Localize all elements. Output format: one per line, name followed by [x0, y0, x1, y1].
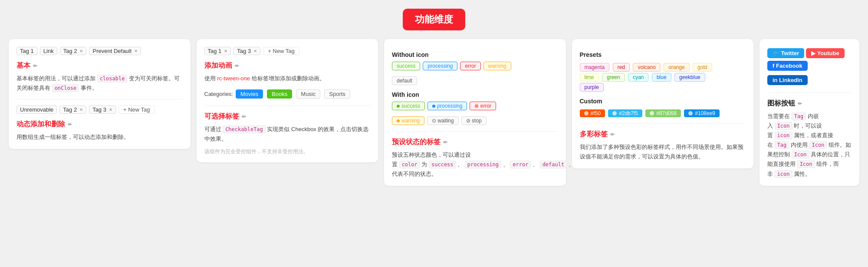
tag-tag2b[interactable]: Tag 2 ✕	[59, 105, 86, 114]
card2-tags-row1: Tag 1 ✕ Tag 3 ✕ + New Tag	[204, 47, 371, 55]
code-checkabletag: CheckableTag	[223, 125, 266, 133]
cards-container: Tag 1 Link Tag 2 ✕ Prevent Default ✕ 基本 …	[9, 39, 859, 186]
cat-music[interactable]: Music	[296, 89, 320, 99]
code-onclose: onClose	[52, 84, 79, 92]
tag-f50[interactable]: #f50	[580, 109, 605, 117]
edit-icon-6[interactable]: ✏	[610, 132, 615, 138]
code-processing: processing	[465, 161, 501, 168]
tag-lime[interactable]: lime	[580, 73, 599, 82]
new-tag-button-2[interactable]: + New Tag	[263, 47, 299, 55]
social-buttons-row1: 🐦 Twitter ▶ Youtube f Facebook	[767, 47, 852, 72]
tag-tag3b[interactable]: Tag 3 ✕	[89, 105, 116, 114]
tag-87d068[interactable]: #87d068	[645, 109, 681, 117]
status-warning[interactable]: warning	[483, 62, 511, 70]
tag2-close-icon[interactable]: ✕	[79, 49, 83, 53]
tag-cyan[interactable]: cyan	[628, 73, 648, 82]
card-icon-button: 🐦 Twitter ▶ Youtube f Facebook in Linked…	[760, 39, 859, 186]
tag-magenta[interactable]: magenta	[580, 63, 610, 72]
status-success-icon[interactable]: success	[392, 102, 425, 110]
youtube-button[interactable]: ▶ Youtube	[806, 48, 844, 58]
edit-icon-4[interactable]: ✏	[242, 114, 246, 120]
edit-icon-1[interactable]: ✏	[33, 63, 37, 69]
edit-icon-7[interactable]: ✏	[798, 101, 802, 107]
cat-books[interactable]: Books	[267, 89, 292, 99]
section-colorful-desc: 我们添加了多种预设色彩的标签样式，用作不同场景使用。如果预设值不能满足你的需求，…	[580, 142, 746, 162]
tag2b-close-icon[interactable]: ✕	[79, 107, 83, 112]
edit-icon-2[interactable]: ✏	[68, 122, 72, 128]
status-stop-icon[interactable]: ⊘ stop	[461, 116, 487, 125]
custom-heading: Custom	[580, 98, 746, 105]
page-title: 功能维度	[403, 9, 465, 30]
tag-tag2[interactable]: Tag 2 ✕	[60, 47, 87, 55]
code-closable: closable	[97, 75, 128, 82]
dot-warning	[397, 119, 400, 122]
divider2	[204, 105, 371, 106]
card2-tag1[interactable]: Tag 1 ✕	[204, 47, 231, 55]
section-preset-title: 预设状态的标签 ✏	[392, 138, 558, 147]
section-colorful-title: 多彩标签 ✏	[580, 130, 746, 139]
categories-label: Categories:	[204, 91, 233, 97]
edit-icon-3[interactable]: ✏	[235, 63, 239, 69]
prevent-close-icon[interactable]: ✕	[134, 49, 138, 53]
tag3b-close-icon[interactable]: ✕	[109, 107, 112, 112]
heading-no-icon: Without icon	[392, 51, 558, 58]
code-error: error	[510, 161, 531, 168]
heading-with-icon: With icon	[392, 91, 558, 98]
tag-tag1[interactable]: Tag 1	[16, 47, 37, 55]
tag-geekblue[interactable]: geekblue	[674, 73, 705, 82]
tag-volcano[interactable]: volcano	[633, 63, 660, 72]
status-error-icon[interactable]: ⊗ error	[470, 102, 496, 110]
code-icon2: Icon	[809, 141, 827, 149]
card-status: Without icon success processing error wa…	[384, 39, 566, 186]
card1-tags-row1: Tag 1 Link Tag 2 ✕ Prevent Default ✕	[16, 47, 183, 55]
presets-heading: Presets	[580, 51, 746, 58]
status-success[interactable]: success	[392, 62, 420, 70]
social-buttons-row2: in LinkedIn	[767, 74, 852, 86]
section1-desc: 基本标签的用法，可以通过添加 closable 变为可关闭标签。可关闭标签具有 …	[16, 74, 183, 93]
edit-icon-5[interactable]: ✏	[443, 139, 447, 145]
tag-red[interactable]: red	[613, 63, 630, 72]
tag-orange[interactable]: orange	[664, 63, 689, 72]
cat-movies[interactable]: Movies	[236, 89, 263, 99]
code-icon-attr2: icon	[775, 170, 792, 178]
code-color: color	[399, 161, 420, 168]
section-animate-desc: 使用 rc-tween-one 给标签增加添加或删除动画。	[204, 74, 371, 83]
status-warning-icon[interactable]: warning	[392, 116, 424, 125]
section2-title: 动态添加和删除 ✏	[16, 120, 183, 129]
code-tag1: Tag	[792, 112, 806, 120]
status-tags-with-icon: success processing ⊗ error	[392, 102, 558, 110]
tag-link[interactable]: Link	[40, 47, 57, 55]
tag-gold[interactable]: gold	[693, 63, 712, 72]
twitter-button[interactable]: 🐦 Twitter	[767, 48, 804, 58]
color-tags-row: #f50 #2db7f5 #87d068 #108ee9	[580, 108, 746, 117]
section-preset-desc: 预设五种状态颜色，可以通过设置 color 为 success 、 proces…	[392, 150, 558, 179]
facebook-button[interactable]: f Facebook	[767, 61, 808, 71]
status-processing[interactable]: processing	[423, 62, 457, 70]
tag-prevent-default[interactable]: Prevent Default ✕	[89, 47, 141, 55]
tag-purple[interactable]: purple	[580, 83, 604, 92]
section-icon-title: 图标按钮 ✏	[767, 99, 852, 108]
divider5	[767, 92, 852, 93]
card2-tag3-close[interactable]: ✕	[253, 49, 257, 53]
tag-108ee9[interactable]: #108ee9	[684, 109, 720, 117]
cat-sports[interactable]: Sports	[324, 89, 350, 99]
rc-tween-link[interactable]: rc-tween-one	[217, 75, 250, 82]
tag-blue[interactable]: blue	[652, 73, 671, 82]
card2-tag1-close[interactable]: ✕	[224, 49, 227, 53]
code-success: success	[429, 161, 456, 168]
tag-unremovable[interactable]: Unremovable	[16, 105, 57, 114]
new-tag-button-1[interactable]: + New Tag	[118, 105, 155, 114]
status-default[interactable]: default	[392, 76, 417, 85]
linkedin-button[interactable]: in LinkedIn	[767, 75, 808, 85]
section1-title: 基本 ✏	[16, 61, 183, 70]
status-waiting-icon[interactable]: ⊙ waiting	[427, 116, 459, 125]
divider4	[580, 123, 746, 124]
page-title-wrapper: 功能维度	[403, 9, 465, 30]
code-tag2: Tag	[775, 141, 789, 149]
divider1	[16, 99, 183, 99]
tag-2db7f5[interactable]: #2db7f5	[608, 109, 642, 117]
tag-green[interactable]: green	[602, 73, 625, 82]
status-processing-icon[interactable]: processing	[427, 102, 467, 110]
status-error[interactable]: error	[460, 62, 480, 70]
card2-tag3[interactable]: Tag 3 ✕	[233, 47, 260, 55]
